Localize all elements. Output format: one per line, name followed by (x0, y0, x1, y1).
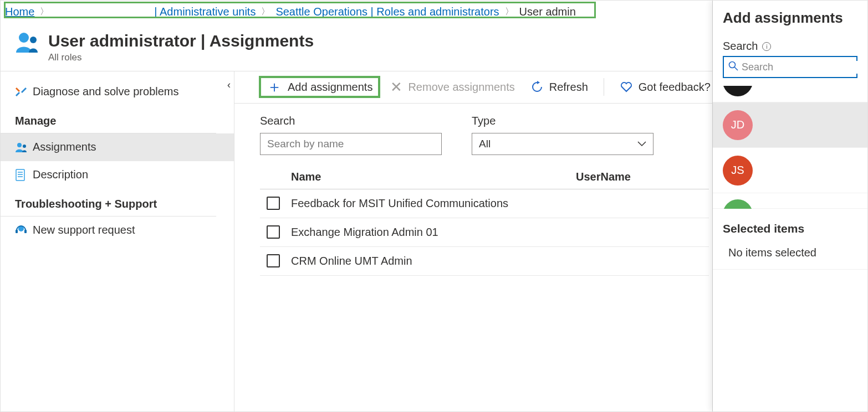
svg-point-0 (19, 33, 29, 43)
col-username-header[interactable]: UserName (576, 171, 709, 183)
row-checkbox[interactable] (267, 225, 280, 239)
svg-point-11 (729, 62, 736, 68)
list-item[interactable]: JS (713, 148, 867, 193)
list-item[interactable] (713, 86, 867, 102)
chevron-down-icon (637, 139, 646, 149)
breadcrumb-current: User admin (517, 4, 578, 19)
headset-icon (15, 224, 33, 236)
toolbar-label: Refresh (549, 81, 588, 94)
search-icon (728, 61, 738, 73)
breadcrumb-seattle-roles[interactable]: Seattle Operations | Roles and administr… (273, 4, 501, 19)
breadcrumb-home[interactable]: Home (3, 4, 37, 19)
list-item[interactable]: JD (713, 102, 867, 148)
list-item[interactable] (713, 193, 867, 209)
wrench-icon (15, 86, 33, 98)
svg-line-12 (734, 67, 738, 70)
table-row[interactable]: Exchange Migration Admin 01 (260, 218, 709, 247)
search-input[interactable] (260, 133, 442, 155)
feedback-button[interactable]: Got feedback? (614, 76, 716, 98)
users-small-icon (15, 142, 33, 153)
toolbar-label: Got feedback? (639, 81, 711, 94)
avatar: JD (723, 110, 753, 140)
svg-point-3 (23, 145, 26, 148)
chevron-right-icon: 〉 (37, 6, 52, 18)
remove-assignments-button[interactable]: ✕ Remove assignments (385, 76, 520, 98)
svg-rect-4 (16, 169, 24, 181)
svg-rect-9 (16, 230, 18, 233)
table-header: Name UserName (260, 166, 709, 189)
avatar (723, 199, 753, 209)
document-icon (15, 169, 33, 181)
add-assignments-button[interactable]: ＋ Add assignments (259, 76, 380, 98)
row-checkbox[interactable] (267, 254, 280, 267)
heart-icon (620, 80, 633, 94)
svg-point-2 (17, 143, 22, 147)
svg-point-1 (30, 37, 37, 43)
sidebar-item-description[interactable]: Description (1, 161, 234, 189)
sidebar-item-label: New support request (33, 224, 135, 236)
table-row[interactable]: Feedback for MSIT Unified Communications (260, 189, 709, 218)
sidebar-item-assignments[interactable]: Assignments (1, 133, 234, 161)
refresh-icon (530, 80, 544, 94)
sidebar-heading-manage: Manage (1, 106, 216, 133)
x-icon: ✕ (390, 79, 402, 96)
candidate-list: JD JS (713, 86, 867, 209)
svg-rect-10 (24, 230, 27, 233)
breadcrumb-admin-units[interactable]: | Administrative units (152, 4, 258, 19)
info-icon[interactable]: i (762, 42, 771, 51)
panel-title: Add assignments (713, 9, 867, 40)
panel-search-input[interactable] (738, 61, 868, 74)
sidebar-item-support[interactable]: New support request (1, 217, 234, 244)
sidebar-item-diagnose[interactable]: Diagnose and solve problems (1, 78, 234, 106)
sidebar-heading-troubleshoot: Troubleshooting + Support (1, 189, 216, 217)
chevron-right-icon: 〉 (502, 6, 517, 18)
sidebar-item-label: Diagnose and solve problems (33, 85, 179, 98)
row-name: CRM Online UMT Admin (291, 255, 576, 267)
toolbar-label: Add assignments (288, 81, 372, 94)
sidebar-item-label: Description (33, 168, 88, 181)
search-label: Search (260, 115, 442, 127)
type-dropdown[interactable]: All (472, 133, 653, 155)
panel-search-box[interactable] (723, 56, 857, 78)
add-assignments-panel: Add assignments Search i JD (712, 1, 867, 411)
plus-icon: ＋ (267, 76, 282, 97)
type-value: All (479, 138, 491, 150)
sidebar: ‹‹ Diagnose and solve problems Manage (1, 71, 234, 412)
app-root: Home 〉 | Administrative units 〉 Seattle … (0, 0, 868, 412)
refresh-button[interactable]: Refresh (525, 76, 594, 98)
selected-items-empty: No items selected (713, 244, 867, 270)
sidebar-item-label: Assignments (33, 141, 96, 153)
page-subtitle: All roles (48, 52, 314, 63)
avatar: JS (723, 156, 753, 186)
col-name-header[interactable]: Name (291, 171, 576, 183)
selected-items-heading: Selected items (713, 209, 867, 244)
toolbar-label: Remove assignments (408, 81, 514, 94)
panel-search-label: Search i (713, 40, 867, 56)
table-row[interactable]: CRM Online UMT Admin (260, 247, 709, 276)
page-title: User administrator | Assignments (48, 32, 314, 51)
users-icon (15, 32, 40, 55)
row-name: Feedback for MSIT Unified Communications (291, 197, 576, 210)
assignments-table: Name UserName Feedback for MSIT Unified … (260, 166, 709, 276)
avatar (723, 86, 753, 96)
chevron-right-icon: 〉 (258, 6, 273, 18)
row-checkbox[interactable] (267, 197, 280, 210)
row-name: Exchange Migration Admin 01 (291, 226, 576, 239)
toolbar-separator (604, 78, 604, 96)
type-label: Type (472, 115, 653, 127)
